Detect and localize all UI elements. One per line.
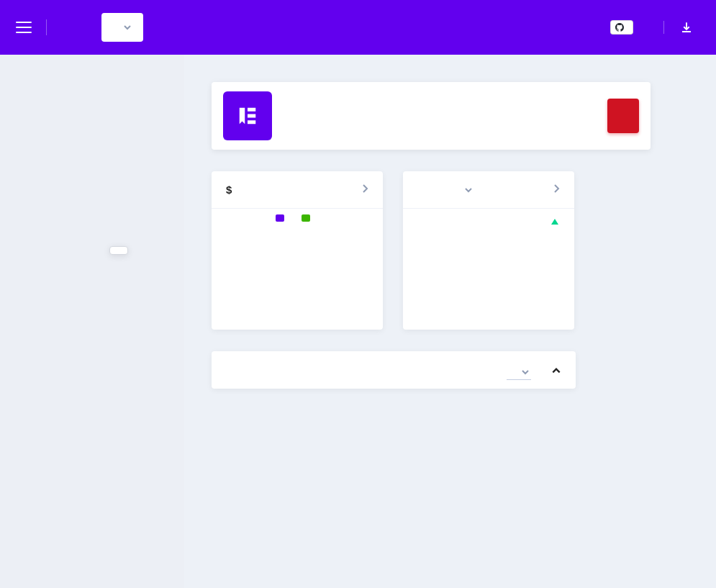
chevron-right-icon[interactable] [553, 184, 560, 196]
profit-legend [212, 209, 383, 225]
bitcoin-body [403, 209, 574, 219]
github-star-button[interactable] [610, 20, 633, 35]
traffic-card [212, 351, 576, 389]
tooltip-forms [109, 246, 128, 255]
caret-up-icon [551, 219, 558, 225]
sidebar-heading-features [0, 69, 184, 91]
collapse-button[interactable] [551, 366, 561, 379]
sidebar [0, 55, 184, 588]
profit-card-header: $ [212, 171, 383, 209]
chevron-down-icon [521, 368, 530, 376]
crypto-selector[interactable] [457, 186, 473, 194]
traffic-header [212, 351, 576, 389]
chevron-up-icon [551, 366, 561, 376]
download-icon [680, 21, 693, 34]
bitcoin-card [403, 171, 574, 330]
chevron-down-icon [123, 23, 132, 32]
traffic-period-selector[interactable] [507, 365, 531, 380]
bitcoin-chart [403, 242, 574, 285]
divider [46, 19, 47, 35]
menu-toggle-button[interactable] [16, 18, 32, 37]
dollar-icon: $ [226, 184, 232, 196]
theme-selector[interactable] [101, 13, 143, 42]
app-header [0, 0, 716, 55]
palette-icon [223, 91, 272, 140]
github-icon [615, 23, 624, 32]
chevron-right-icon[interactable] [361, 184, 368, 196]
hire-us-banner [212, 82, 651, 150]
profit-card: $ [212, 171, 383, 330]
profit-chart [212, 225, 383, 330]
swatch-orders [302, 214, 310, 222]
chevron-down-icon [464, 186, 473, 194]
download-counter[interactable] [663, 21, 700, 34]
bitcoin-delta [551, 219, 561, 225]
swatch-transactions [276, 214, 284, 222]
stats-row: $ [212, 171, 716, 330]
bitcoin-card-header [403, 171, 574, 209]
content-area: $ [184, 55, 716, 588]
main-layout: $ [0, 55, 716, 588]
contact-us-button[interactable] [607, 99, 639, 133]
